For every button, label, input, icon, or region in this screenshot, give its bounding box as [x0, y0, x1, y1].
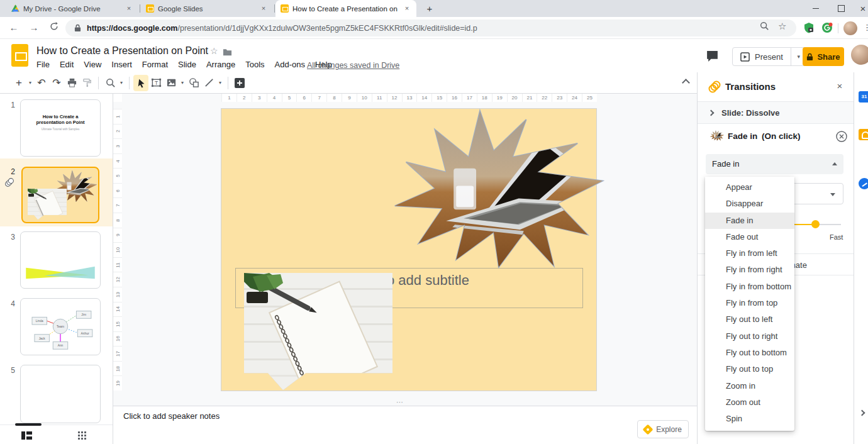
- thumb2-notebook-image: [28, 189, 67, 219]
- slide-number: 4: [4, 299, 15, 308]
- dropdown-item-fly-in-from-top[interactable]: Fly in from top: [705, 295, 794, 311]
- window-maximize-button[interactable]: [830, 0, 852, 17]
- insert-image-button[interactable]: [164, 75, 179, 91]
- new-slide-button[interactable]: +: [11, 75, 26, 91]
- window-minimize-button[interactable]: [805, 0, 826, 17]
- ruler-tick-v: 14: [113, 302, 122, 317]
- present-button[interactable]: Present: [733, 48, 791, 65]
- filmstrip-scrollbar[interactable]: [15, 423, 42, 426]
- menu-insert[interactable]: Insert: [106, 60, 137, 69]
- bookmark-star-icon[interactable]: ☆: [778, 21, 786, 32]
- dropdown-item-fade-in[interactable]: Fade in: [705, 213, 794, 229]
- slides-logo-icon[interactable]: [11, 44, 28, 67]
- redo-button[interactable]: [49, 75, 64, 91]
- share-button[interactable]: Share: [803, 47, 844, 66]
- url-bar[interactable]: https://docs.google.com/presentation/d/1…: [65, 19, 796, 36]
- calendar-icon[interactable]: 31: [859, 91, 868, 103]
- insert-image-caret[interactable]: [179, 75, 186, 91]
- reload-icon[interactable]: [48, 21, 60, 34]
- comment-history-icon[interactable]: [706, 50, 719, 65]
- slider-knob[interactable]: [811, 220, 820, 228]
- tab-close-icon[interactable]: [403, 4, 411, 13]
- share-lock-icon: [806, 53, 813, 61]
- new-slide-caret[interactable]: [26, 75, 34, 91]
- tab-close-icon[interactable]: [125, 4, 133, 13]
- tab-google-slides[interactable]: Google Slides: [141, 0, 273, 17]
- insert-shape-button[interactable]: [186, 75, 201, 91]
- insert-line-caret[interactable]: [216, 75, 224, 91]
- panel-close-icon[interactable]: [833, 80, 846, 92]
- dropdown-item-appear[interactable]: Appear: [705, 179, 794, 196]
- star-document-icon[interactable]: [210, 46, 218, 56]
- zoom-tool-caret[interactable]: [118, 75, 125, 91]
- menu-arrange[interactable]: Arrange: [201, 60, 240, 69]
- select-collapse-caret: [832, 162, 837, 165]
- document-title[interactable]: How to Create a Presentation on Point: [36, 45, 208, 57]
- ruler-tick-h: 9: [342, 94, 357, 102]
- browser-menu-icon[interactable]: [863, 23, 868, 32]
- divider: [228, 77, 228, 89]
- menu-slide[interactable]: Slide: [173, 60, 201, 69]
- insert-comment-button[interactable]: [232, 75, 247, 91]
- browser-profile-avatar[interactable]: [843, 21, 857, 35]
- menu-format[interactable]: Format: [137, 60, 173, 69]
- tab-my-drive[interactable]: My Drive - Google Drive: [6, 0, 138, 17]
- paint-format-button[interactable]: [79, 75, 94, 91]
- dropdown-item-zoom-in[interactable]: Zoom in: [705, 378, 794, 394]
- text-box-button[interactable]: T: [148, 75, 164, 91]
- slide-thumbnail-4[interactable]: Team Linda Jim Jack Ann Arthur: [20, 298, 101, 355]
- extension-grammar-icon[interactable]: [821, 22, 833, 33]
- animation-type-select[interactable]: Fade in: [706, 154, 843, 174]
- tab-close-icon[interactable]: [259, 4, 268, 13]
- back-icon[interactable]: ←: [8, 21, 20, 34]
- forward-icon[interactable]: →: [28, 21, 40, 34]
- print-button[interactable]: [64, 75, 79, 91]
- tab-presentation-active[interactable]: How to Create a Presentation on: [275, 0, 416, 17]
- undo-button[interactable]: [34, 75, 49, 91]
- slide-transition-row[interactable]: Slide: Dissolve: [698, 101, 854, 124]
- slide-thumbnail-2-selected[interactable]: [21, 167, 99, 223]
- menu-add-ons[interactable]: Add-ons: [270, 60, 310, 69]
- window-close-button[interactable]: [852, 0, 868, 17]
- thumb1-subtitle: Ultimate Tutorial with Samples: [21, 128, 100, 131]
- move-folder-icon[interactable]: [223, 47, 232, 58]
- save-status-link[interactable]: All changes saved in Drive: [307, 61, 399, 70]
- laptop-starburst-image[interactable]: [359, 111, 603, 267]
- dropdown-item-fly-out-to-right[interactable]: Fly out to right: [705, 328, 794, 345]
- zoom-tool-button[interactable]: [103, 75, 118, 91]
- insert-line-button[interactable]: [201, 75, 216, 91]
- dropdown-item-fly-in-from-right[interactable]: Fly in from right: [705, 262, 794, 278]
- dropdown-item-fly-out-to-left[interactable]: Fly out to left: [705, 311, 794, 328]
- dropdown-item-zoom-out[interactable]: Zoom out: [705, 394, 794, 411]
- dropdown-item-fly-in-from-bottom[interactable]: Fly in from bottom: [705, 279, 794, 295]
- dropdown-item-fly-out-to-bottom[interactable]: Fly out to bottom: [705, 345, 794, 361]
- speaker-notes-area[interactable]: Click to add speaker notes Explore: [113, 406, 697, 444]
- zoom-page-icon[interactable]: [759, 21, 769, 33]
- tasks-icon[interactable]: [859, 178, 868, 189]
- slide-thumbnail-3[interactable]: [20, 231, 101, 289]
- keep-icon[interactable]: [859, 129, 868, 140]
- animation-row[interactable]: Fade in (On click): [698, 124, 854, 149]
- dropdown-item-fade-out[interactable]: Fade out: [705, 229, 794, 245]
- show-side-panel-chevron[interactable]: [859, 410, 865, 416]
- slide-thumbnail-1[interactable]: How to Create a presentation on Point Ul…: [20, 99, 101, 157]
- remove-animation-icon[interactable]: [835, 130, 848, 143]
- dropdown-item-fly-out-to-top[interactable]: Fly out to top: [705, 361, 794, 377]
- menu-file[interactable]: File: [31, 60, 55, 69]
- menu-view[interactable]: View: [79, 60, 106, 69]
- filmstrip-view-icon[interactable]: [21, 431, 32, 440]
- slide-thumbnail-5[interactable]: [20, 365, 101, 423]
- new-tab-button[interactable]: [423, 2, 437, 16]
- dropdown-item-fly-in-from-left[interactable]: Fly in from left: [705, 245, 794, 262]
- select-tool-button[interactable]: [133, 75, 148, 91]
- current-slide[interactable]: Click to add subtitle: [221, 109, 596, 391]
- menu-tools[interactable]: Tools: [240, 60, 269, 69]
- explore-button[interactable]: Explore: [637, 420, 689, 438]
- extension-shield-icon[interactable]: [803, 22, 815, 33]
- grid-view-icon[interactable]: [78, 431, 86, 440]
- account-avatar[interactable]: [851, 45, 868, 65]
- notebook-bubble-image[interactable]: [244, 273, 392, 390]
- menu-edit[interactable]: Edit: [55, 60, 79, 69]
- dropdown-item-spin[interactable]: Spin: [705, 411, 794, 427]
- dropdown-item-disappear[interactable]: Disappear: [705, 196, 794, 212]
